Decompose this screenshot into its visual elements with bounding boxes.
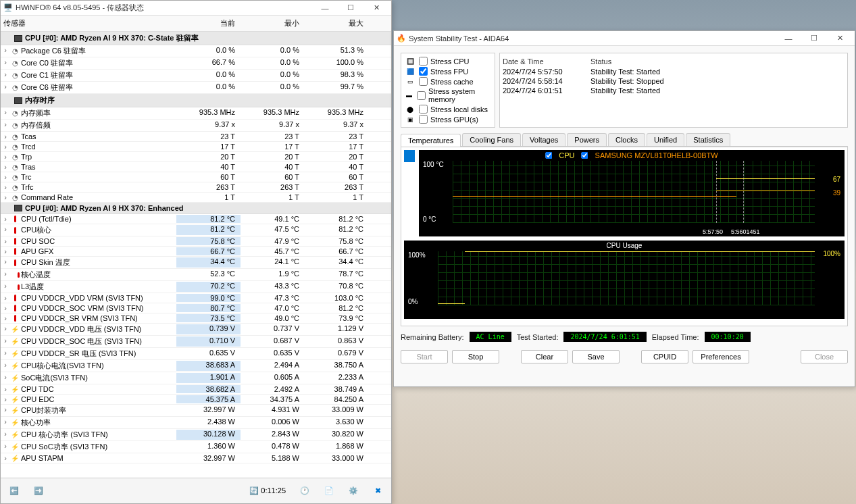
close-icon[interactable]: ✖ <box>368 482 387 501</box>
expand-icon[interactable]: › <box>1 361 10 371</box>
sensor-row[interactable]: ›◔Trc60 T60 T60 T <box>1 172 391 182</box>
sensor-row[interactable]: ›⚡CPU TDC38.682 A2.492 A38.749 A <box>1 384 391 395</box>
sensor-row[interactable]: ›◔Package C6 驻留率0.0 %0.0 %51.3 % <box>1 45 391 57</box>
start-button[interactable]: Start <box>401 350 448 363</box>
tab-statistics[interactable]: Statistics <box>686 133 730 146</box>
sensor-row[interactable]: ›CPU VDDCR_SOC VRM (SVI3 TFN)80.7 °C47.0… <box>1 303 391 313</box>
close-button[interactable]: ✕ <box>364 1 388 15</box>
expand-icon[interactable]: › <box>1 282 10 292</box>
expand-icon[interactable]: › <box>1 58 10 68</box>
sensor-row[interactable]: ›核心温度52.3 °C1.9 °C78.7 °C <box>1 269 391 281</box>
stress-checkbox[interactable] <box>419 77 428 86</box>
section-header[interactable]: 内存时序 <box>1 94 391 107</box>
sensor-row[interactable]: ›⚡CPU封装功率32.997 W4.931 W33.009 W <box>1 405 391 417</box>
maximize-button[interactable]: ☐ <box>802 32 826 45</box>
sb-back-icon[interactable]: ⬅️ <box>5 482 24 501</box>
sensor-row[interactable]: ›⚡CPU VDDCR_VDD 电压 (SVI3 TFN)0.739 V0.73… <box>1 324 391 336</box>
sensor-row[interactable]: ›◔内存倍频9.37 x9.37 x9.37 x <box>1 120 391 132</box>
sensor-row[interactable]: ›CPU Skin 温度34.4 °C24.1 °C34.4 °C <box>1 257 391 269</box>
expand-icon[interactable]: › <box>1 454 10 462</box>
expand-icon[interactable]: › <box>1 373 10 383</box>
hwinfo-body[interactable]: CPU [#0]: AMD Ryzen AI 9 HX 370: C-State… <box>1 32 391 478</box>
expand-icon[interactable]: › <box>1 324 10 334</box>
sensor-row[interactable]: ›◔Core C1 驻留率0.0 %0.0 %98.3 % <box>1 70 391 82</box>
sensor-row[interactable]: ›◔内存频率935.3 MHz935.3 MHz935.3 MHz <box>1 107 391 120</box>
sensor-row[interactable]: ›⚡CPU EDC45.375 A34.375 A84.250 A <box>1 395 391 405</box>
legend-ssd-checkbox[interactable] <box>582 152 588 159</box>
expand-icon[interactable]: › <box>1 418 10 428</box>
sensor-row[interactable]: ›◔Trcd17 T17 T17 T <box>1 142 391 152</box>
expand-icon[interactable]: › <box>1 385 10 393</box>
expand-icon[interactable]: › <box>1 46 10 56</box>
expand-icon[interactable]: › <box>1 442 10 452</box>
expand-icon[interactable]: › <box>1 430 10 440</box>
aida-titlebar[interactable]: 🔥 System Stability Test - AIDA64 — ☐ ✕ <box>394 31 855 46</box>
minimize-button[interactable]: — <box>776 32 801 45</box>
sensor-row[interactable]: ›⚡CPU SoC功率 (SVI3 TFN)1.360 W0.478 W1.86… <box>1 441 391 453</box>
sensor-row[interactable]: ›APU GFX66.7 °C45.7 °C66.7 °C <box>1 247 391 257</box>
hwinfo-titlebar[interactable]: 🖥️ HWiNFO® 64 v8.05-5495 - 传感器状态 — ☐ ✕ <box>1 1 391 16</box>
expand-icon[interactable]: › <box>1 108 10 118</box>
sensor-row[interactable]: ›CPU VDDCR_SR VRM (SVI3 TFN)73.5 °C49.0 … <box>1 313 391 324</box>
tab-unified[interactable]: Unified <box>647 133 684 146</box>
sensor-row[interactable]: ›⚡APU STAPM32.997 W5.188 W33.000 W <box>1 453 391 463</box>
sensor-row[interactable]: ›⚡核心功率2.438 W0.006 W3.630 W <box>1 417 391 429</box>
expand-icon[interactable]: › <box>1 304 10 312</box>
sensor-row[interactable]: ›L3温度70.2 °C43.3 °C70.8 °C <box>1 281 391 293</box>
tab-clocks[interactable]: Clocks <box>608 133 645 146</box>
sensor-row[interactable]: ›⚡CPU 核心功率 (SVI3 TFN)30.128 W2.843 W30.8… <box>1 429 391 441</box>
tab-temperatures[interactable]: Temperatures <box>401 134 461 147</box>
expand-icon[interactable]: › <box>1 237 10 245</box>
sensor-row[interactable]: ›◔Tcas23 T23 T23 T <box>1 132 391 142</box>
close-button[interactable]: Close <box>801 350 848 363</box>
preferences-button[interactable]: Preferences <box>693 350 749 363</box>
expand-icon[interactable]: › <box>1 70 10 80</box>
expand-icon[interactable]: › <box>1 294 10 302</box>
stress-checkbox[interactable] <box>419 67 428 76</box>
expand-icon[interactable]: › <box>1 143 10 151</box>
expand-icon[interactable]: › <box>1 336 10 347</box>
stress-checkbox[interactable] <box>417 91 426 100</box>
stop-button[interactable]: Stop <box>452 350 499 363</box>
sensor-row[interactable]: ›◔Trp20 T20 T20 T <box>1 152 391 162</box>
clear-button[interactable]: Clear <box>521 350 568 363</box>
tab-voltages[interactable]: Voltages <box>522 133 565 146</box>
stress-checkbox[interactable] <box>419 57 428 66</box>
sensor-row[interactable]: ›◔Trfc263 T263 T263 T <box>1 182 391 193</box>
close-button[interactable]: ✕ <box>828 32 852 45</box>
expand-icon[interactable]: › <box>1 270 10 280</box>
sensor-row[interactable]: ›◔Command Rate1 T1 T1 T <box>1 193 391 203</box>
expand-icon[interactable]: › <box>1 215 10 223</box>
save-button[interactable]: Save <box>572 350 620 363</box>
settings-icon[interactable]: ⚙️ <box>344 482 363 501</box>
sensor-row[interactable]: ›⚡SoC电流(SVI3 TFN)1.901 A0.605 A2.233 A <box>1 372 391 384</box>
expand-icon[interactable]: › <box>1 257 10 268</box>
expand-icon[interactable]: › <box>1 183 10 191</box>
expand-icon[interactable]: › <box>1 405 10 415</box>
section-header[interactable]: CPU [#0]: AMD Ryzen AI 9 HX 370: Enhance… <box>1 203 391 214</box>
maximize-button[interactable]: ☐ <box>338 1 363 15</box>
sensor-row[interactable]: ›◔Tras40 T40 T40 T <box>1 162 391 172</box>
expand-icon[interactable]: › <box>1 82 10 93</box>
clock-icon[interactable]: 🕐 <box>295 482 314 501</box>
section-header[interactable]: CPU [#0]: AMD Ryzen AI 9 HX 370: C-State… <box>1 32 391 45</box>
sensor-row[interactable]: ›⚡CPU VDDCR_SR 电压 (SVI3 TFN)0.635 V0.635… <box>1 348 391 360</box>
stress-checkbox[interactable] <box>419 115 428 124</box>
sensor-row[interactable]: ›⚡CPU核心电流(SVI3 TFN)38.683 A2.494 A38.750… <box>1 360 391 372</box>
expand-icon[interactable]: › <box>1 120 10 130</box>
log-row[interactable]: 2024/7/24 6:01:51Stability Test: Started <box>503 86 845 95</box>
tab-cooling-fans[interactable]: Cooling Fans <box>462 133 521 146</box>
sensor-row[interactable]: ›◔Core C6 驻留率0.0 %0.0 %99.7 % <box>1 82 391 94</box>
stress-checkbox[interactable] <box>419 105 428 114</box>
log-icon[interactable]: 📄 <box>320 482 338 501</box>
expand-icon[interactable]: › <box>1 314 10 322</box>
sensor-row[interactable]: ›CPU SOC75.8 °C47.9 °C75.8 °C <box>1 236 391 247</box>
expand-icon[interactable]: › <box>1 153 10 161</box>
log-row[interactable]: 2024/7/24 5:58:14Stability Test: Stopped <box>503 76 845 86</box>
tab-powers[interactable]: Powers <box>567 133 607 146</box>
minimize-button[interactable]: — <box>313 1 337 15</box>
sensor-row[interactable]: ›CPU核心81.2 °C47.5 °C81.2 °C <box>1 224 391 236</box>
cpuid-button[interactable]: CPUID <box>641 350 688 363</box>
expand-icon[interactable]: › <box>1 132 10 141</box>
expand-icon[interactable]: › <box>1 395 10 403</box>
